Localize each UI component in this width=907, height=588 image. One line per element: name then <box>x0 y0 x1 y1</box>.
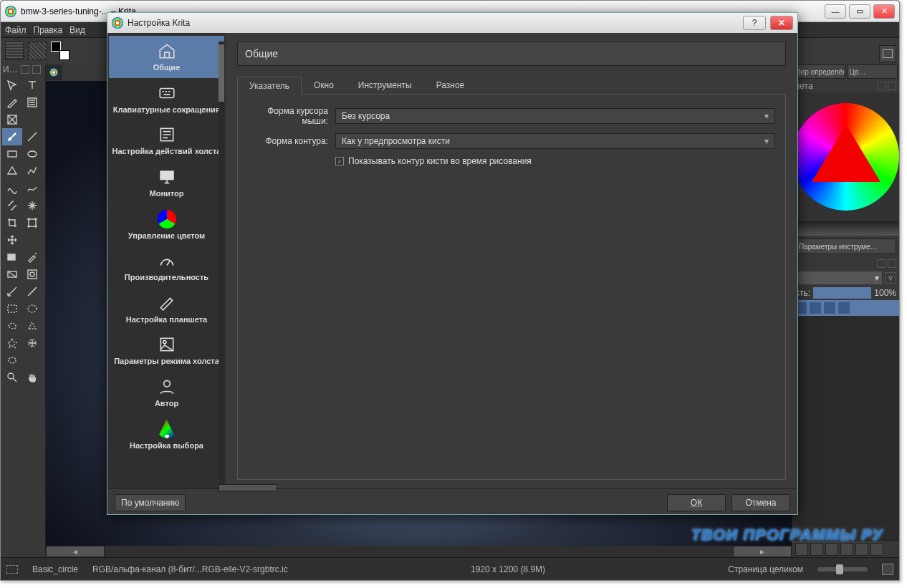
tool-multibrush[interactable] <box>22 197 42 214</box>
ok-button[interactable]: ОК <box>667 494 726 511</box>
document-tab[interactable] <box>46 64 62 80</box>
tool-calligraphy[interactable] <box>22 94 42 111</box>
close-panel-icon[interactable] <box>888 82 896 90</box>
category-shortcuts[interactable]: Клавиатурные сокращения <box>109 78 224 120</box>
move-down-button[interactable] <box>840 543 853 556</box>
tool-move-layer[interactable] <box>2 231 22 249</box>
defaults-button[interactable]: По умолчанию <box>115 494 186 511</box>
color-triangle-icon[interactable] <box>812 125 880 182</box>
tool-ellipse[interactable] <box>22 145 42 163</box>
tool-color-picker[interactable] <box>22 249 42 266</box>
tab-tools[interactable]: Инструменты <box>346 76 424 94</box>
filter-icon[interactable]: ▿ <box>885 272 896 284</box>
category-color-management[interactable]: Управление цветом <box>109 204 224 246</box>
canvas-map-button[interactable] <box>882 564 893 575</box>
horizontal-scrollbar[interactable]: ◂ ▸ <box>46 546 792 557</box>
workspace-chooser-button[interactable] <box>879 45 896 62</box>
dialog-help-button[interactable]: ? <box>743 16 766 30</box>
right-tab-1[interactable]: бор определён… <box>794 64 845 79</box>
tool-assistant[interactable] <box>2 283 22 300</box>
tool-dynamic-brush[interactable] <box>2 197 22 214</box>
close-panel-icon[interactable] <box>888 259 896 268</box>
zoom-mode-label[interactable]: Страница целиком <box>728 564 803 574</box>
close-button[interactable]: ✕ <box>873 4 895 19</box>
tab-window[interactable]: Окно <box>302 76 346 94</box>
layer-item[interactable] <box>792 300 899 316</box>
add-layer-button[interactable] <box>795 543 808 556</box>
tool-select-ellipse[interactable] <box>22 300 42 317</box>
scroll-down-button[interactable] <box>219 484 277 491</box>
tool-zoom[interactable] <box>2 369 22 386</box>
tool-pattern[interactable] <box>2 111 22 128</box>
tool-options-button[interactable]: Параметры инструме… <box>795 238 896 254</box>
cursor-shape-select[interactable]: Без курсора <box>335 108 775 124</box>
scrollbar-thumb[interactable] <box>219 44 224 102</box>
float-icon[interactable] <box>877 259 886 268</box>
tool-pan[interactable] <box>22 369 42 386</box>
tool-brush[interactable] <box>2 128 22 145</box>
layer-vis-icon[interactable] <box>838 302 850 314</box>
category-performance[interactable]: Производительность <box>109 246 224 288</box>
color-history-bar[interactable] <box>792 221 899 236</box>
float-icon[interactable] <box>21 65 29 74</box>
outline-shape-select[interactable]: Как у предпросмотра кисти <box>335 133 775 149</box>
tool-edit-shapes[interactable] <box>2 94 22 111</box>
tool-select-similar[interactable] <box>22 334 42 352</box>
opacity-slider[interactable] <box>813 287 871 299</box>
tool-transform[interactable] <box>22 214 42 231</box>
pattern-swatch-2[interactable] <box>28 42 47 60</box>
tool-select-bezier[interactable] <box>2 352 22 369</box>
layer-lock-icon[interactable] <box>810 302 821 314</box>
tool-polygon[interactable] <box>2 163 22 180</box>
tool-bezier[interactable] <box>2 180 22 197</box>
tool-crop[interactable] <box>2 214 22 231</box>
maximize-button[interactable]: ▭ <box>849 4 870 19</box>
tool-rectangle[interactable] <box>2 145 22 163</box>
category-scrollbar[interactable] <box>219 42 224 491</box>
duplicate-layer-button[interactable] <box>810 543 823 556</box>
fg-bg-swatch[interactable] <box>51 42 69 60</box>
dialog-close-button[interactable]: ✕ <box>770 16 793 30</box>
tool-line[interactable] <box>22 128 42 145</box>
tool-select-rect[interactable] <box>2 300 22 317</box>
tool-move[interactable] <box>2 77 22 94</box>
tool-select-contiguous[interactable] <box>2 334 22 352</box>
tool-measure[interactable] <box>22 283 42 300</box>
layer-alpha-icon[interactable] <box>824 302 835 314</box>
tool-gradient[interactable] <box>2 266 22 283</box>
color-selector[interactable] <box>792 92 899 221</box>
zoom-slider[interactable] <box>817 567 868 572</box>
tool-select-polygon[interactable] <box>22 317 42 334</box>
menu-view[interactable]: Вид <box>69 25 85 35</box>
category-canvas-input[interactable]: Настройка действий холста <box>109 120 224 162</box>
scroll-left-button[interactable]: ◂ <box>46 546 105 557</box>
category-author[interactable]: Автор <box>109 372 224 414</box>
move-up-button[interactable] <box>825 543 838 556</box>
right-tab-2[interactable]: Цв… <box>847 64 898 79</box>
category-tablet[interactable]: Настройка планшета <box>109 288 224 330</box>
minimize-button[interactable]: — <box>825 4 846 19</box>
category-general[interactable]: Общие <box>109 36 224 78</box>
color-wheel-icon[interactable] <box>792 103 899 211</box>
show-outline-checkbox[interactable]: ✓ Показывать контур кисти во время рисов… <box>335 156 775 166</box>
tab-misc[interactable]: Разное <box>424 76 477 94</box>
tool-polyline[interactable] <box>22 163 42 180</box>
tool-fill[interactable] <box>2 249 22 266</box>
dialog-titlebar[interactable]: Настройка Krita ? ✕ <box>107 13 797 33</box>
menu-file[interactable]: Файл <box>5 25 27 35</box>
close-docker-icon[interactable] <box>32 65 41 74</box>
menu-edit[interactable]: Правка <box>34 25 63 35</box>
category-display[interactable]: Монитор <box>109 162 224 204</box>
tool-select-freehand[interactable] <box>2 317 22 334</box>
category-selection[interactable]: Настройка выбора <box>109 414 224 456</box>
tool-text[interactable] <box>22 77 42 94</box>
blend-mode-select[interactable]: ▾ <box>795 271 882 284</box>
tool-smart-patch[interactable] <box>22 266 42 283</box>
tab-cursor[interactable]: Указатель <box>237 77 302 95</box>
cancel-button[interactable]: Отмена <box>731 494 790 511</box>
layer-props-button[interactable] <box>855 543 868 556</box>
tool-freehand-path[interactable] <box>22 180 42 197</box>
pattern-swatch-1[interactable] <box>5 42 24 60</box>
category-canvas-only[interactable]: Параметры режима холста <box>109 329 224 372</box>
float-icon[interactable] <box>877 82 886 90</box>
